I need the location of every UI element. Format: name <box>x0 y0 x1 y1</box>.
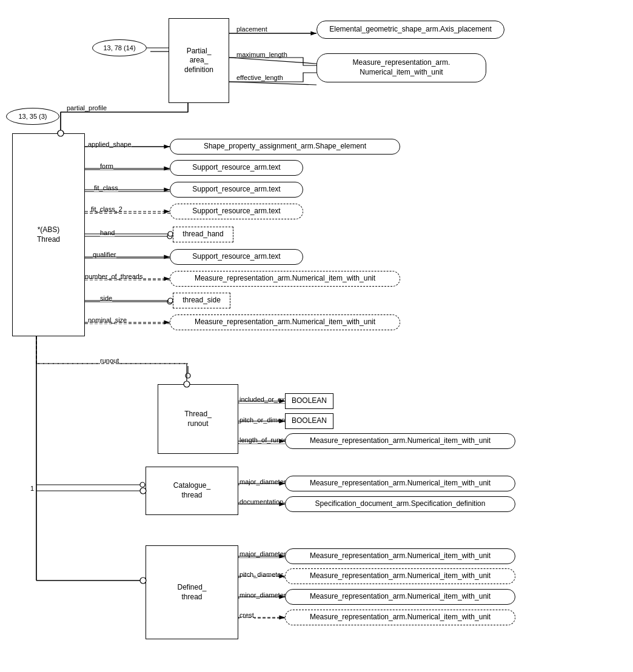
svg-point-13 <box>167 234 172 239</box>
svg-point-69 <box>168 298 173 303</box>
svg-point-17 <box>167 299 172 304</box>
svg-line-2 <box>229 82 316 85</box>
svg-point-28 <box>140 482 145 487</box>
label-placement: placement <box>236 25 267 33</box>
text-3-box: Support_resource_arm.text <box>170 204 303 219</box>
thread-hand-box: thread_hand <box>173 227 233 242</box>
label-partial-profile: partial_profile <box>67 104 107 111</box>
defined-thread-box: Defined_thread <box>146 545 238 639</box>
label-number-of-threads: number_of_threads <box>85 273 142 280</box>
numerical-item-nominal-box: Measure_representation_arm.Numerical_ite… <box>170 314 400 330</box>
label-major-diameter-cat: major_diameter <box>239 478 286 485</box>
label-effective-length: effective_length <box>236 74 283 81</box>
label-crest: crest <box>239 611 254 619</box>
numerical-item-pitch-box: Measure_representation_arm.Numerical_ite… <box>285 568 515 584</box>
label-minor-diameter: minor_diameter <box>239 591 286 599</box>
axis-placement-box: Elemental_geometric_shape_arm.Axis_place… <box>316 21 504 39</box>
numerical-item-1-box: Measure_representation_arm.Numerical_ite… <box>316 53 486 82</box>
text-1-box: Support_resource_arm.text <box>170 160 303 176</box>
label-runout: runout <box>100 357 119 364</box>
spec-def-box: Specification_document_arm.Specification… <box>285 496 515 512</box>
label-form: form <box>100 162 113 170</box>
shape-element-box: Shape_property_assignment_arm.Shape_elem… <box>170 139 400 155</box>
svg-point-21 <box>186 373 190 378</box>
thread-side-box: thread_side <box>173 293 230 308</box>
text-2-box: Support_resource_arm.text <box>170 182 303 198</box>
thread-runout-box: Thread_runout <box>158 384 238 454</box>
label-maximum-length: maximum_length <box>236 51 287 58</box>
label-length-of-runout: length_of_runout <box>239 436 290 444</box>
partial-area-definition-box: Partial_area_definition <box>169 18 229 103</box>
numerical-item-major-def-box: Measure_representation_arm.Numerical_ite… <box>285 548 515 564</box>
label-qualifier: qualifier <box>93 251 116 258</box>
label-hand: hand <box>100 229 115 236</box>
label-major-diameter-def: major_diameter <box>239 550 286 557</box>
diagram: 13, 78 (14) Partial_area_definition Elem… <box>0 0 633 672</box>
label-documentation: documentation <box>239 498 283 505</box>
boolean-2-box: BOOLEAN <box>285 413 333 429</box>
boolean-1-box: BOOLEAN <box>285 393 333 409</box>
numerical-item-major-cat-box: Measure_representation_arm.Numerical_ite… <box>285 476 515 491</box>
label-pitch-diameter: pitch_diameter <box>239 571 283 578</box>
label-nominal-size: nominal_size <box>88 316 127 324</box>
label-side: side <box>100 294 112 302</box>
numerical-item-crest-box: Measure_representation_arm.Numerical_ite… <box>285 610 515 625</box>
numerical-item-threads-box: Measure_representation_arm.Numerical_ite… <box>170 271 400 287</box>
label-applied-shape: applied_shape <box>88 141 132 148</box>
thread-box: *(ABS)Thread <box>12 133 85 336</box>
badge-1: 13, 78 (14) <box>92 39 147 56</box>
badge-2: 13, 35 (3) <box>6 108 59 125</box>
svg-point-68 <box>168 231 173 236</box>
badge-3: 1 <box>30 485 34 492</box>
text-4-box: Support_resource_arm.text <box>170 249 303 265</box>
svg-line-1 <box>229 58 316 64</box>
numerical-item-runout-box: Measure_representation_arm.Numerical_ite… <box>285 433 515 449</box>
numerical-item-minor-box: Measure_representation_arm.Numerical_ite… <box>285 589 515 605</box>
label-fit-class: fit_class <box>94 184 118 191</box>
label-fit-class-2: fit_class_2 <box>91 205 122 213</box>
catalogue-thread-box: Catalogue_thread <box>146 467 238 515</box>
